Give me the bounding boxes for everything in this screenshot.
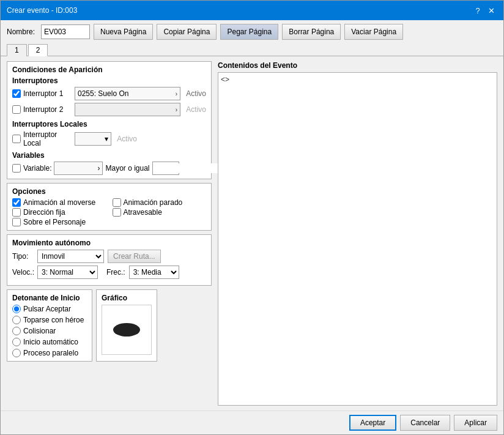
variable-dropdown[interactable]: › — [54, 162, 103, 175]
frec-select[interactable]: 1: Mínima 2: Baja 3: Media 4: Alta 5: Má… — [129, 266, 179, 279]
grafico-title: Gráfico — [102, 294, 152, 302]
crear-ruta-button[interactable]: Crear Ruta... — [108, 250, 161, 263]
proceso-paralelo-label: Proceso paralelo — [23, 349, 78, 357]
interruptor2-checkbox[interactable] — [12, 105, 21, 114]
colisionar-label: Colisionar — [23, 327, 56, 335]
borrar-pagina-button[interactable]: Borrar Página — [282, 24, 341, 40]
variable-dropdown-icon: › — [97, 164, 100, 173]
tab-1[interactable]: 1 — [7, 44, 27, 56]
tab-2[interactable]: 2 — [28, 44, 48, 56]
variable-checkbox[interactable] — [12, 164, 21, 173]
proceso-paralelo-item: Proceso paralelo — [12, 349, 87, 357]
interruptor-local-dropdown[interactable]: ▾ — [75, 132, 111, 146]
tabs-bar: 1 2 — [1, 43, 503, 56]
pulsar-aceptar-item: Pulsar Aceptar — [12, 305, 87, 313]
interruptor-local-row: Interruptor Local ▾ Activo — [12, 130, 206, 147]
event-content-box[interactable]: <> — [218, 72, 497, 406]
direccion-fija-item: Dirección fija — [12, 208, 106, 217]
interruptor1-label: Interruptor 1 — [23, 89, 72, 98]
veloc-frec-row: Veloc.: 1: Muy lenta 2: Lenta 3: Normal … — [12, 266, 206, 279]
detonante-title: Detonante de Inicio — [12, 294, 87, 302]
contenidos-label: Contenidos del Evento — [218, 61, 497, 70]
pulsar-aceptar-label: Pulsar Aceptar — [23, 305, 71, 313]
inicio-automatico-label: Inicio automático — [23, 338, 78, 346]
tipo-row: Tipo: Inmovil Al azar Hacia héroe Ruta e… — [12, 250, 206, 263]
proceso-paralelo-radio[interactable] — [12, 349, 21, 357]
event-content-section: Contenidos del Evento <> — [218, 61, 497, 406]
sobre-personaje-checkbox[interactable] — [12, 218, 21, 226]
mayor-o-igual-label: Mayor o igual — [105, 164, 149, 173]
interruptor1-checkbox[interactable] — [12, 89, 21, 98]
inicio-automatico-item: Inicio automático — [12, 338, 87, 346]
footer: Aceptar Cancelar Aplicar — [1, 411, 503, 434]
interruptor1-activo: Activo — [183, 89, 206, 98]
animacion-parado-checkbox[interactable] — [113, 198, 121, 207]
variable-spin: ▲ ▼ — [152, 162, 179, 175]
nombre-input[interactable] — [41, 24, 90, 39]
opciones-title: Opciones — [12, 187, 206, 196]
pegar-pagina-button[interactable]: Pegar Página — [220, 24, 278, 40]
variable-row: Variable: › Mayor o igual ▲ ▼ — [12, 162, 206, 175]
ellipse-icon — [113, 323, 140, 336]
toolbar: Nombre: Nueva Página Copiar Página Pegar… — [1, 20, 503, 43]
interruptor-local-dropdown-icon: ▾ — [105, 135, 108, 143]
interruptor-local-checkbox[interactable] — [12, 135, 21, 143]
copiar-pagina-button[interactable]: Copiar Página — [157, 24, 217, 40]
variables-title: Variables — [12, 151, 206, 160]
toparse-heroe-item: Toparse con héroe — [12, 316, 87, 324]
animacion-moverse-item: Animación al moverse — [12, 198, 106, 207]
interruptor2-row: Interruptor 2 › Activo — [12, 103, 206, 116]
animacion-moverse-label: Animación al moverse — [23, 198, 95, 207]
tipo-select[interactable]: Inmovil Al azar Hacia héroe Ruta específ… — [37, 250, 104, 263]
title-bar: Crear evento - ID:003 ? ✕ — [1, 1, 503, 20]
direccion-fija-label: Dirección fija — [23, 208, 65, 217]
detonante-radio-group: Pulsar Aceptar Toparse con héroe Colisio… — [12, 305, 87, 357]
variable-label: Variable: — [23, 164, 51, 173]
interruptor1-value: 0255: Suelo On — [78, 89, 128, 98]
nombre-label: Nombre: — [7, 28, 35, 36]
veloc-select[interactable]: 1: Muy lenta 2: Lenta 3: Normal 4: Rápid… — [37, 266, 98, 279]
sobre-personaje-item: Sobre el Personaje — [12, 218, 106, 226]
toparse-heroe-radio[interactable] — [12, 316, 21, 324]
condiciones-title: Condiciones de Aparición — [12, 65, 206, 74]
animacion-moverse-checkbox[interactable] — [12, 198, 21, 207]
condiciones-section: Condiciones de Aparición Interruptores I… — [7, 61, 212, 179]
direccion-fija-checkbox[interactable] — [12, 208, 21, 217]
frec-label: Frec.: — [106, 268, 125, 277]
nueva-pagina-button[interactable]: Nueva Página — [94, 24, 153, 40]
interruptor2-input[interactable]: › — [75, 103, 180, 116]
atravesable-checkbox[interactable] — [113, 208, 121, 217]
tipo-label: Tipo: — [12, 252, 34, 261]
sobre-personaje-label: Sobre el Personaje — [23, 218, 86, 226]
graphic-box[interactable] — [102, 305, 152, 355]
interruptor-local-activo: Activo — [114, 135, 137, 143]
dialog: Crear evento - ID:003 ? ✕ Nombre: Nueva … — [0, 0, 504, 435]
cancelar-button[interactable]: Cancelar — [400, 415, 450, 431]
interruptor-local-label: Interruptor Local — [23, 130, 72, 147]
animacion-parado-label: Animación parado — [124, 198, 183, 207]
animacion-parado-item: Animación parado — [113, 198, 207, 207]
aplicar-button[interactable]: Aplicar — [454, 415, 497, 431]
inicio-automatico-radio[interactable] — [12, 338, 21, 346]
movimiento-title: Movimiento autónomo — [12, 239, 206, 247]
colisionar-radio[interactable] — [12, 327, 21, 335]
left-panel: Condiciones de Aparición Interruptores I… — [7, 61, 212, 406]
interruptor1-input[interactable]: 0255: Suelo On › — [75, 87, 180, 100]
bottom-sections: Detonante de Inicio Pulsar Aceptar Topar… — [7, 289, 212, 362]
movimiento-section: Movimiento autónomo Tipo: Inmovil Al aza… — [7, 234, 212, 286]
vaciar-pagina-button[interactable]: Vaciar Página — [344, 24, 403, 40]
pulsar-aceptar-radio[interactable] — [12, 305, 21, 313]
opciones-section: Opciones Animación al moverse Animación … — [7, 183, 212, 231]
interruptores-locales-title: Interruptores Locales — [12, 120, 206, 128]
title-bar-controls: ? ✕ — [472, 4, 497, 17]
close-button[interactable]: ✕ — [485, 4, 497, 17]
toparse-heroe-label: Toparse con héroe — [23, 316, 84, 324]
interruptor1-row: Interruptor 1 0255: Suelo On › Activo — [12, 87, 206, 100]
dialog-title: Crear evento - ID:003 — [7, 6, 77, 15]
aceptar-button[interactable]: Aceptar — [349, 415, 396, 431]
colisionar-item: Colisionar — [12, 327, 87, 335]
detonante-section: Detonante de Inicio Pulsar Aceptar Topar… — [7, 289, 92, 362]
grafico-section: Gráfico — [96, 289, 157, 362]
help-button[interactable]: ? — [472, 4, 484, 17]
interruptor1-arrow-icon: › — [176, 91, 177, 97]
